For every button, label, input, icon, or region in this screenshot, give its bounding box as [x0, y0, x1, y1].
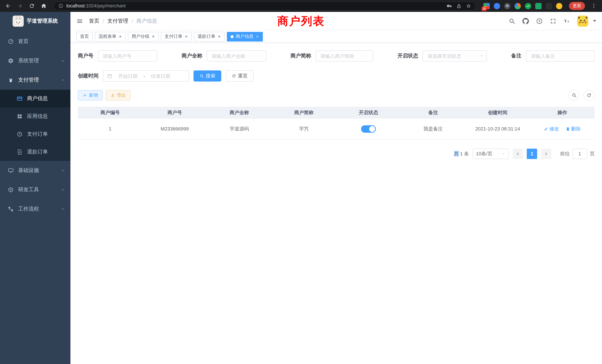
delete-button-label: 删除 [571, 126, 581, 132]
tab-home[interactable]: 首页 [76, 32, 93, 41]
user-menu-caret-icon[interactable] [593, 20, 596, 22]
url-host: localhost [66, 3, 85, 9]
merchant-no-input[interactable] [98, 50, 157, 62]
date-separator: - [143, 73, 145, 79]
password-key-icon[interactable] [447, 3, 452, 9]
close-icon[interactable] [256, 35, 259, 38]
extension-icon[interactable] [556, 3, 562, 9]
table-toolbar: 新增 导出 [78, 90, 595, 101]
close-icon[interactable] [152, 35, 155, 38]
tab-pay-order[interactable]: 支付订单 [161, 32, 192, 41]
browser-reload-icon[interactable] [27, 1, 36, 10]
close-icon[interactable] [185, 35, 188, 38]
search-button[interactable]: 搜索 [194, 70, 221, 82]
browser-menu-icon[interactable] [589, 1, 598, 10]
app-logo[interactable]: 芋道管理系统 [0, 12, 70, 30]
extension-icon[interactable] [494, 3, 500, 9]
close-icon[interactable] [119, 35, 122, 38]
share-icon[interactable] [456, 3, 462, 9]
edit-button[interactable]: 修改 [544, 126, 559, 132]
goto-page-input[interactable] [572, 149, 587, 159]
browser-home-icon[interactable] [39, 1, 48, 10]
status-select[interactable] [423, 50, 487, 62]
fullscreen-icon[interactable] [550, 18, 556, 24]
status-toggle[interactable] [361, 125, 376, 133]
remark-input[interactable] [526, 50, 595, 62]
date-start-input[interactable] [114, 73, 142, 79]
add-button[interactable]: 新增 [78, 90, 103, 100]
extension-icon[interactable] [525, 3, 531, 9]
sidebar-item-refund-order[interactable]: 退款订单 [0, 143, 70, 161]
caret-down-icon [480, 54, 484, 58]
tab-user-group[interactable]: 用户分组 [128, 32, 159, 41]
sidebar-item-label: 首页 [18, 38, 65, 45]
sidebar-item-home[interactable]: 首页 [0, 32, 70, 51]
filter-label: 商户简称 [290, 53, 311, 59]
date-end-input[interactable] [147, 73, 175, 79]
extension-icon[interactable]: 10 [483, 3, 490, 9]
page-content: 商户号 商户全称 商户简称 开启状态 [70, 43, 602, 364]
extension-icon[interactable] [515, 3, 521, 9]
breadcrumb-item[interactable]: 支付管理 [108, 18, 128, 24]
cell-create-time: 2021-10-23 08:31:14 [465, 119, 530, 139]
sidebar-toggle-icon[interactable] [76, 18, 83, 24]
clock-icon [16, 131, 23, 138]
sidebar-item-label: 支付管理 [18, 77, 57, 83]
breadcrumb-item[interactable]: 首页 [89, 18, 99, 24]
edit-pencil-icon [544, 127, 548, 131]
status-select-input[interactable] [423, 50, 487, 62]
page-number-button[interactable]: 1 [527, 149, 537, 159]
github-icon[interactable] [522, 18, 529, 24]
extension-icon[interactable] [546, 3, 552, 9]
sidebar-menu: 首页 系统管理 ¥ 支付管理 商户信息 [0, 30, 70, 219]
export-button[interactable]: 导出 [106, 90, 130, 100]
full-name-input[interactable] [207, 50, 266, 62]
prev-page-button[interactable] [513, 149, 523, 159]
refresh-table-button[interactable] [583, 90, 595, 101]
header-search-icon[interactable] [509, 18, 515, 24]
breadcrumb: 首页 / 支付管理 / 商户信息 [89, 18, 157, 24]
add-button-label: 新增 [89, 92, 98, 98]
browser-update-button[interactable]: 更新 [569, 2, 585, 10]
bookmark-star-icon[interactable] [466, 3, 471, 9]
close-icon[interactable] [218, 35, 221, 38]
address-bar[interactable]: localhost:1024/pay/merchant [53, 1, 476, 10]
sidebar-item-pay-order[interactable]: 支付订单 [0, 125, 70, 143]
column-header: 商户编号 [78, 107, 142, 119]
sidebar-item-infra[interactable]: 基础设施 [0, 161, 70, 180]
export-button-label: 导出 [117, 92, 126, 98]
user-avatar[interactable] [577, 15, 588, 26]
sidebar-item-system[interactable]: 系统管理 [0, 51, 70, 70]
chevron-down-icon [61, 59, 65, 63]
sidebar-item-dev-tools[interactable]: 研发工具 [0, 180, 70, 199]
page-size-select[interactable]: 10条/页 [473, 149, 509, 159]
extension-icon[interactable] [535, 3, 542, 9]
flow-icon [7, 206, 14, 212]
site-info-icon[interactable] [58, 3, 63, 9]
document-icon [16, 149, 23, 155]
browser-back-icon[interactable] [4, 1, 13, 10]
sidebar-item-payment[interactable]: ¥ 支付管理 [0, 70, 70, 90]
search-icon [199, 74, 204, 78]
font-size-icon[interactable] [563, 18, 570, 24]
help-doc-icon[interactable] [536, 18, 543, 24]
short-name-input[interactable] [316, 50, 373, 62]
toggle-search-button[interactable] [569, 90, 580, 101]
date-range-picker[interactable]: - [103, 70, 189, 82]
tab-process-form[interactable]: 流程表单 [95, 32, 126, 41]
sidebar-item-label: 退款订单 [27, 149, 65, 155]
cell-merchant-id: 1 [78, 119, 142, 139]
filter-short-name: 商户简称 [290, 50, 373, 62]
column-header: 商户全称 [207, 107, 272, 119]
tab-refund-order[interactable]: 退款订单 [194, 32, 225, 41]
sidebar-item-app-info[interactable]: 应用信息 [0, 107, 70, 125]
sidebar-item-workflow[interactable]: 工作流程 [0, 199, 70, 219]
omnibox-actions [447, 3, 471, 9]
next-page-button[interactable] [541, 149, 551, 159]
tab-merchant-info[interactable]: 商户信息 [227, 32, 263, 41]
reset-button[interactable]: 重置 [226, 70, 254, 82]
extension-icon[interactable] [504, 3, 510, 9]
sidebar-item-merchant-info[interactable]: 商户信息 [0, 90, 70, 107]
delete-button[interactable]: 删除 [566, 126, 581, 132]
browser-forward-icon[interactable] [16, 1, 24, 10]
